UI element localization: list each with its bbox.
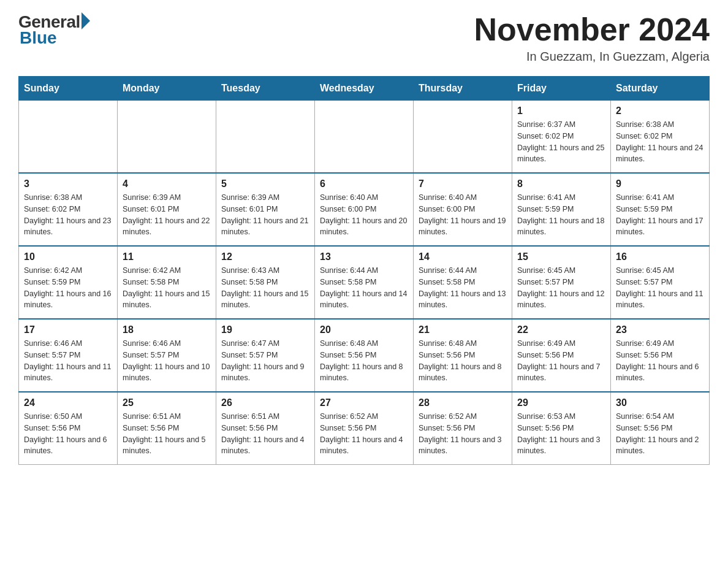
calendar-cell: 30Sunrise: 6:54 AMSunset: 5:56 PMDayligh… [611,392,710,465]
day-info: Sunrise: 6:47 AMSunset: 5:57 PMDaylight:… [221,338,309,384]
calendar-week-row: 3Sunrise: 6:38 AMSunset: 6:02 PMDaylight… [19,173,710,246]
col-header-friday: Friday [512,77,611,101]
logo-blue-text: Blue [20,28,57,48]
col-header-saturday: Saturday [611,77,710,101]
day-info: Sunrise: 6:48 AMSunset: 5:56 PMDaylight:… [419,338,507,384]
day-number: 19 [221,324,309,335]
calendar-cell: 5Sunrise: 6:39 AMSunset: 6:01 PMDaylight… [216,173,315,246]
calendar-cell: 19Sunrise: 6:47 AMSunset: 5:57 PMDayligh… [216,319,315,392]
day-number: 12 [221,251,309,262]
col-header-thursday: Thursday [414,77,512,101]
calendar-table: SundayMondayTuesdayWednesdayThursdayFrid… [18,76,710,465]
calendar-cell: 7Sunrise: 6:40 AMSunset: 6:00 PMDaylight… [414,173,512,246]
day-number: 10 [24,251,112,262]
day-number: 28 [419,397,507,408]
day-number: 4 [123,178,211,190]
logo-arrow-icon [82,12,90,29]
day-number: 15 [517,251,605,262]
calendar-cell: 4Sunrise: 6:39 AMSunset: 6:01 PMDaylight… [118,173,216,246]
month-title: November 2024 [474,12,710,47]
day-number: 13 [320,251,408,262]
col-header-sunday: Sunday [19,77,118,101]
day-number: 25 [123,397,211,408]
day-info: Sunrise: 6:42 AMSunset: 5:58 PMDaylight:… [123,265,211,311]
day-number: 20 [320,324,408,335]
day-info: Sunrise: 6:51 AMSunset: 5:56 PMDaylight:… [221,411,309,457]
day-info: Sunrise: 6:41 AMSunset: 5:59 PMDaylight:… [616,192,704,238]
calendar-cell [19,101,118,174]
day-info: Sunrise: 6:52 AMSunset: 5:56 PMDaylight:… [419,411,507,457]
calendar-cell: 17Sunrise: 6:46 AMSunset: 5:57 PMDayligh… [19,319,118,392]
day-number: 22 [517,324,605,335]
calendar-cell: 23Sunrise: 6:49 AMSunset: 5:56 PMDayligh… [611,319,710,392]
col-header-wednesday: Wednesday [315,77,414,101]
calendar-cell: 21Sunrise: 6:48 AMSunset: 5:56 PMDayligh… [414,319,512,392]
calendar-cell: 6Sunrise: 6:40 AMSunset: 6:00 PMDaylight… [315,173,414,246]
day-info: Sunrise: 6:38 AMSunset: 6:02 PMDaylight:… [24,192,112,238]
day-number: 3 [24,178,112,190]
day-info: Sunrise: 6:42 AMSunset: 5:59 PMDaylight:… [24,265,112,311]
col-header-monday: Monday [118,77,216,101]
day-info: Sunrise: 6:41 AMSunset: 5:59 PMDaylight:… [517,192,605,238]
day-number: 11 [123,251,211,262]
calendar-cell: 22Sunrise: 6:49 AMSunset: 5:56 PMDayligh… [512,319,611,392]
day-info: Sunrise: 6:49 AMSunset: 5:56 PMDaylight:… [517,338,605,384]
day-number: 27 [320,397,408,408]
calendar-week-row: 1Sunrise: 6:37 AMSunset: 6:02 PMDaylight… [19,101,710,174]
day-info: Sunrise: 6:39 AMSunset: 6:01 PMDaylight:… [221,192,309,238]
calendar-cell [414,101,512,174]
calendar-cell: 11Sunrise: 6:42 AMSunset: 5:58 PMDayligh… [118,246,216,319]
calendar-cell: 12Sunrise: 6:43 AMSunset: 5:58 PMDayligh… [216,246,315,319]
day-number: 2 [616,105,704,117]
calendar-cell: 26Sunrise: 6:51 AMSunset: 5:56 PMDayligh… [216,392,315,465]
day-number: 29 [517,397,605,408]
day-number: 8 [517,178,605,190]
calendar-cell: 3Sunrise: 6:38 AMSunset: 6:02 PMDaylight… [19,173,118,246]
calendar-cell: 28Sunrise: 6:52 AMSunset: 5:56 PMDayligh… [414,392,512,465]
logo: General Blue [18,12,90,48]
calendar-cell: 2Sunrise: 6:38 AMSunset: 6:02 PMDaylight… [611,101,710,174]
day-number: 16 [616,251,704,262]
calendar-cell: 14Sunrise: 6:44 AMSunset: 5:58 PMDayligh… [414,246,512,319]
day-number: 24 [24,397,112,408]
calendar-cell: 9Sunrise: 6:41 AMSunset: 5:59 PMDaylight… [611,173,710,246]
day-info: Sunrise: 6:46 AMSunset: 5:57 PMDaylight:… [24,338,112,384]
calendar-cell [216,101,315,174]
day-number: 17 [24,324,112,335]
calendar-cell: 24Sunrise: 6:50 AMSunset: 5:56 PMDayligh… [19,392,118,465]
day-info: Sunrise: 6:40 AMSunset: 6:00 PMDaylight:… [320,192,408,238]
day-number: 23 [616,324,704,335]
day-info: Sunrise: 6:43 AMSunset: 5:58 PMDaylight:… [221,265,309,311]
calendar-cell: 16Sunrise: 6:45 AMSunset: 5:57 PMDayligh… [611,246,710,319]
day-number: 14 [419,251,507,262]
calendar-week-row: 10Sunrise: 6:42 AMSunset: 5:59 PMDayligh… [19,246,710,319]
calendar-cell: 18Sunrise: 6:46 AMSunset: 5:57 PMDayligh… [118,319,216,392]
calendar-header-row: SundayMondayTuesdayWednesdayThursdayFrid… [19,77,710,101]
calendar-cell: 25Sunrise: 6:51 AMSunset: 5:56 PMDayligh… [118,392,216,465]
day-number: 18 [123,324,211,335]
day-number: 7 [419,178,507,190]
calendar-cell: 13Sunrise: 6:44 AMSunset: 5:58 PMDayligh… [315,246,414,319]
calendar-cell: 29Sunrise: 6:53 AMSunset: 5:56 PMDayligh… [512,392,611,465]
day-info: Sunrise: 6:45 AMSunset: 5:57 PMDaylight:… [616,265,704,311]
day-info: Sunrise: 6:51 AMSunset: 5:56 PMDaylight:… [123,411,211,457]
day-number: 6 [320,178,408,190]
day-info: Sunrise: 6:45 AMSunset: 5:57 PMDaylight:… [517,265,605,311]
calendar-cell: 10Sunrise: 6:42 AMSunset: 5:59 PMDayligh… [19,246,118,319]
day-info: Sunrise: 6:38 AMSunset: 6:02 PMDaylight:… [616,119,704,165]
col-header-tuesday: Tuesday [216,77,315,101]
calendar-cell: 20Sunrise: 6:48 AMSunset: 5:56 PMDayligh… [315,319,414,392]
day-info: Sunrise: 6:46 AMSunset: 5:57 PMDaylight:… [123,338,211,384]
day-info: Sunrise: 6:44 AMSunset: 5:58 PMDaylight:… [419,265,507,311]
day-number: 9 [616,178,704,190]
day-info: Sunrise: 6:52 AMSunset: 5:56 PMDaylight:… [320,411,408,457]
day-number: 30 [616,397,704,408]
day-number: 26 [221,397,309,408]
calendar-week-row: 24Sunrise: 6:50 AMSunset: 5:56 PMDayligh… [19,392,710,465]
day-info: Sunrise: 6:54 AMSunset: 5:56 PMDaylight:… [616,411,704,457]
calendar-cell: 1Sunrise: 6:37 AMSunset: 6:02 PMDaylight… [512,101,611,174]
day-info: Sunrise: 6:48 AMSunset: 5:56 PMDaylight:… [320,338,408,384]
day-info: Sunrise: 6:44 AMSunset: 5:58 PMDaylight:… [320,265,408,311]
day-number: 21 [419,324,507,335]
day-number: 1 [517,105,605,117]
